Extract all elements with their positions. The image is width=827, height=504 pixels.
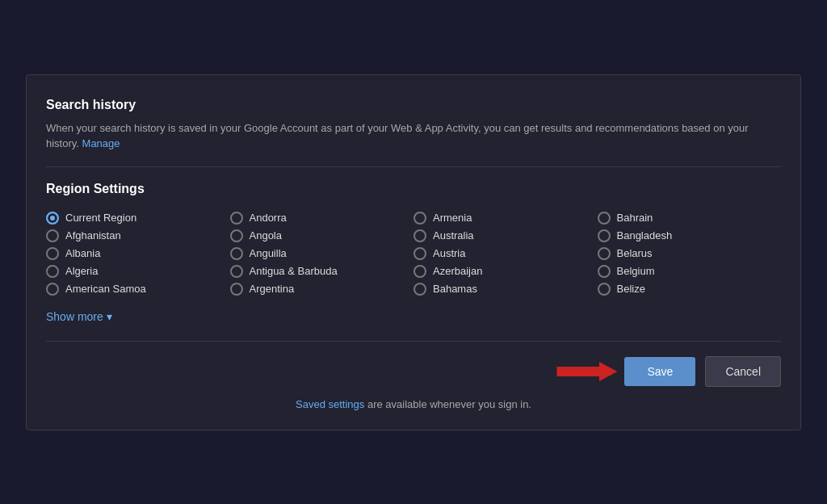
region-afghanistan-label: Afghanistan [65, 229, 121, 242]
region-belgium-label: Belgium [617, 265, 655, 277]
region-australia-label: Australia [433, 229, 474, 242]
region-austria-radio[interactable] [414, 247, 426, 260]
region-belgium-radio[interactable] [598, 265, 611, 278]
arrow-indicator [555, 359, 619, 384]
region-algeria-radio[interactable] [46, 265, 59, 278]
region-col-2: Armenia Australia Austria Azerbaijan Bah… [414, 209, 598, 298]
region-austria-label: Austria [433, 247, 465, 259]
region-anguilla-radio[interactable] [230, 247, 243, 260]
region-afghanistan-radio[interactable] [46, 229, 59, 242]
divider-2 [46, 341, 781, 342]
settings-dialog: Search history When your search history … [26, 74, 801, 430]
region-belarus[interactable]: Belarus [598, 245, 782, 262]
region-belarus-radio[interactable] [598, 247, 611, 260]
bottom-section: Save Cancel Saved settings are available… [46, 356, 781, 410]
region-andorra-radio[interactable] [230, 212, 243, 225]
region-austria[interactable]: Austria [414, 245, 598, 262]
region-andorra[interactable]: Andorra [230, 209, 414, 227]
region-belize-radio[interactable] [598, 283, 611, 296]
region-current[interactable]: Current Region [46, 209, 230, 227]
saved-settings-text: Saved settings are available whenever yo… [46, 398, 781, 410]
region-bangladesh-radio[interactable] [598, 229, 611, 242]
saved-settings-link[interactable]: Saved settings [296, 398, 364, 410]
region-algeria-label: Algeria [65, 265, 98, 277]
region-azerbaijan[interactable]: Azerbaijan [414, 262, 598, 280]
region-settings-title: Region Settings [46, 182, 781, 196]
region-bahrain[interactable]: Bahrain [598, 209, 782, 227]
region-armenia[interactable]: Armenia [414, 209, 598, 227]
region-current-label: Current Region [65, 212, 136, 224]
region-american-samoa-radio[interactable] [46, 283, 59, 296]
region-current-radio[interactable] [46, 212, 59, 225]
region-albania-radio[interactable] [46, 247, 59, 260]
region-american-samoa[interactable]: American Samoa [46, 280, 230, 298]
region-australia-radio[interactable] [414, 229, 426, 242]
region-col-3: Bahrain Bangladesh Belarus Belgium Beliz… [598, 209, 782, 298]
region-azerbaijan-label: Azerbaijan [433, 265, 482, 277]
search-history-section: Search history When your search history … [46, 98, 781, 152]
region-col-0: Current Region Afghanistan Albania Alger… [46, 209, 230, 298]
region-col-1: Andorra Angola Anguilla Antigua & Barbud… [230, 209, 414, 298]
region-anguilla-label: Anguilla [250, 247, 287, 259]
region-armenia-radio[interactable] [414, 212, 426, 225]
region-andorra-label: Andorra [250, 212, 287, 224]
region-bahrain-radio[interactable] [598, 212, 611, 225]
region-belarus-label: Belarus [617, 247, 653, 259]
red-arrow-icon [555, 359, 619, 384]
search-history-description: When your search history is saved in you… [46, 120, 781, 152]
manage-link[interactable]: Manage [82, 137, 120, 149]
region-albania[interactable]: Albania [46, 245, 230, 262]
region-belgium[interactable]: Belgium [598, 262, 782, 280]
region-settings-section: Region Settings Current Region Afghanist… [46, 182, 781, 326]
region-antigua[interactable]: Antigua & Barbuda [230, 262, 414, 280]
region-argentina-radio[interactable] [230, 283, 243, 296]
show-more-chevron-icon: ▾ [107, 310, 112, 323]
divider-1 [46, 166, 781, 167]
region-algeria[interactable]: Algeria [46, 262, 230, 280]
show-more-label: Show more [46, 310, 103, 323]
region-antigua-label: Antigua & Barbuda [250, 265, 338, 277]
region-belize-label: Belize [617, 283, 645, 295]
save-button[interactable]: Save [624, 357, 695, 386]
region-angola-label: Angola [250, 229, 282, 242]
region-bahamas[interactable]: Bahamas [414, 280, 598, 298]
region-armenia-label: Armenia [433, 212, 472, 224]
show-more-button[interactable]: Show more ▾ [46, 310, 112, 323]
region-azerbaijan-radio[interactable] [414, 265, 426, 278]
region-angola-radio[interactable] [230, 229, 243, 242]
region-argentina-label: Argentina [250, 283, 295, 295]
region-bahamas-radio[interactable] [414, 283, 426, 296]
regions-grid: Current Region Afghanistan Albania Alger… [46, 209, 781, 298]
region-albania-label: Albania [65, 247, 100, 259]
svg-marker-0 [557, 362, 618, 381]
region-antigua-radio[interactable] [230, 265, 243, 278]
region-afghanistan[interactable]: Afghanistan [46, 227, 230, 245]
region-bahamas-label: Bahamas [433, 283, 477, 295]
region-australia[interactable]: Australia [414, 227, 598, 245]
buttons-row: Save Cancel [46, 356, 781, 387]
region-american-samoa-label: American Samoa [65, 283, 146, 295]
saved-settings-suffix: are available whenever you sign in. [364, 398, 531, 410]
region-anguilla[interactable]: Anguilla [230, 245, 414, 262]
region-bangladesh-label: Bangladesh [617, 229, 673, 242]
region-bangladesh[interactable]: Bangladesh [598, 227, 782, 245]
cancel-button[interactable]: Cancel [705, 356, 781, 387]
region-argentina[interactable]: Argentina [230, 280, 414, 298]
region-belize[interactable]: Belize [598, 280, 782, 298]
search-history-title: Search history [46, 98, 781, 112]
region-angola[interactable]: Angola [230, 227, 414, 245]
region-bahrain-label: Bahrain [617, 212, 653, 224]
